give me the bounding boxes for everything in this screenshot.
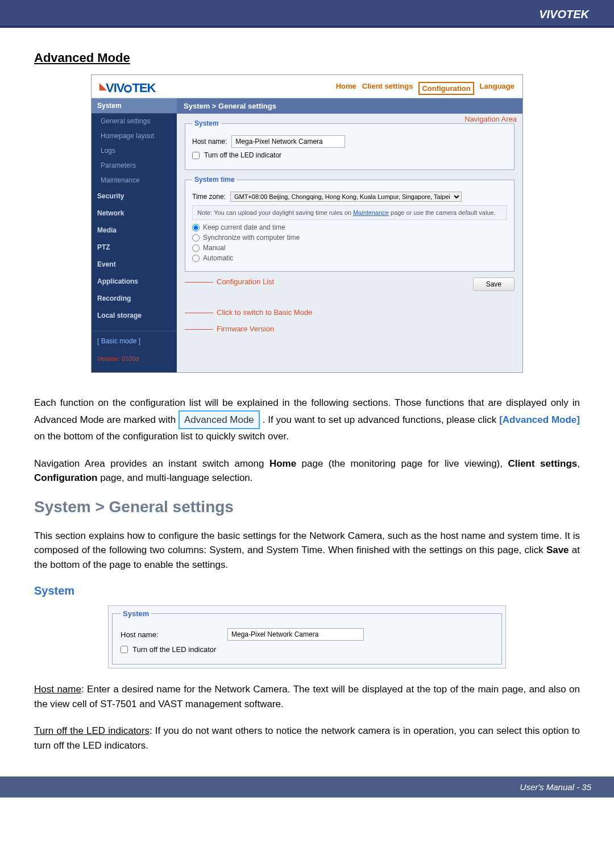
- radio-manual[interactable]: [192, 244, 200, 252]
- sidebar-local-storage[interactable]: Local storage: [92, 307, 177, 324]
- sidebar-ptz[interactable]: PTZ: [92, 239, 177, 256]
- sidebar-item-maintenance[interactable]: Maintenance: [92, 173, 177, 188]
- page-footer: User's Manual - 35: [0, 776, 614, 798]
- brand-name: VIVOTEK: [539, 8, 589, 20]
- nav-home[interactable]: Home: [336, 82, 356, 95]
- paragraph-host-name: Host name: Enter a desired name for the …: [34, 682, 580, 711]
- radio-automatic[interactable]: [192, 255, 200, 262]
- radio-sync-computer[interactable]: [192, 234, 200, 242]
- sidebar-item-logs[interactable]: Logs: [92, 143, 177, 158]
- vivotek-logo: ◣VIVTEK: [99, 81, 155, 95]
- maintenance-link[interactable]: Maintenance: [353, 209, 389, 216]
- sidebar-item-general-settings[interactable]: General settings: [92, 114, 177, 128]
- sidebar-event[interactable]: Event: [92, 256, 177, 273]
- system-subheading: System: [34, 584, 580, 597]
- radio-keep-current[interactable]: [192, 224, 200, 231]
- nav-client-settings[interactable]: Client settings: [362, 82, 413, 95]
- annotation-configuration-list: Configuration List: [185, 277, 274, 286]
- timezone-select[interactable]: GMT+08:00 Beijing, Chongqing, Hong Kong,…: [230, 192, 462, 202]
- sidebar-security[interactable]: Security: [92, 188, 177, 205]
- system-time-legend: System time: [192, 176, 237, 184]
- sidebar-item-parameters[interactable]: Parameters: [92, 158, 177, 173]
- section-heading: System > General settings: [34, 498, 580, 516]
- page-title: Advanced Mode: [34, 51, 580, 65]
- paragraph-2: Navigation Area provides an instant swit…: [34, 456, 580, 485]
- config-screenshot: ◣VIVTEK Home Client settings Configurati…: [91, 74, 523, 373]
- led-checkbox[interactable]: [192, 152, 200, 159]
- sidebar-recording[interactable]: Recording: [92, 290, 177, 307]
- annotation-firmware-version: Firmware Version: [185, 325, 515, 333]
- led-label: Turn off the LED indicator: [204, 151, 281, 159]
- snippet-host-input[interactable]: [227, 628, 364, 641]
- content-area: System > General settings Navigation Are…: [177, 98, 522, 372]
- sidebar-item-homepage-layout[interactable]: Homepage layout: [92, 128, 177, 143]
- host-name-label: Host name:: [192, 138, 227, 146]
- snippet-host-label: Host name:: [121, 630, 223, 639]
- paragraph-1: Each function on the configuration list …: [34, 396, 580, 444]
- breadcrumb: System > General settings: [177, 98, 522, 114]
- annotation-basic-mode: Click to switch to Basic Mode: [185, 308, 515, 317]
- sidebar-system-header[interactable]: System: [92, 98, 177, 114]
- advanced-mode-link-text: [Advanced Mode]: [499, 414, 580, 425]
- snippet-led-checkbox[interactable]: [121, 646, 128, 653]
- system-snippet: System Host name: Turn off the LED indic…: [108, 605, 506, 668]
- advanced-mode-badge: Advanced Mode: [179, 410, 260, 430]
- sidebar-applications[interactable]: Applications: [92, 273, 177, 290]
- save-button[interactable]: Save: [473, 277, 515, 291]
- dst-note: Note: You can upload your daylight savin…: [192, 205, 507, 220]
- timezone-label: Time zone:: [192, 193, 226, 201]
- paragraph-led: Turn off the LED indicators: If you do n…: [34, 724, 580, 753]
- paragraph-3: This section explains how to configure t…: [34, 529, 580, 572]
- host-name-input[interactable]: [231, 135, 345, 148]
- sidebar: System General settings Homepage layout …: [92, 98, 177, 372]
- snippet-led-label: Turn off the LED indicator: [132, 645, 216, 654]
- firmware-version: Version: 0100d: [92, 351, 177, 367]
- annotation-navigation-area: Navigation Area: [464, 115, 517, 123]
- top-nav: Home Client settings Configuration Langu…: [336, 82, 515, 95]
- system-legend: System: [192, 119, 221, 127]
- snippet-legend: System: [121, 609, 151, 618]
- system-fieldset: System Host name: Turn off the LED indic…: [185, 119, 515, 170]
- system-time-fieldset: System time Time zone: GMT+08:00 Beijing…: [185, 176, 515, 272]
- sidebar-media[interactable]: Media: [92, 222, 177, 239]
- basic-mode-link[interactable]: [ Basic mode ]: [92, 331, 177, 351]
- sidebar-network[interactable]: Network: [92, 205, 177, 222]
- nav-language[interactable]: Language: [480, 82, 515, 95]
- nav-configuration[interactable]: Configuration: [418, 82, 474, 95]
- document-header: VIVOTEK: [0, 0, 614, 26]
